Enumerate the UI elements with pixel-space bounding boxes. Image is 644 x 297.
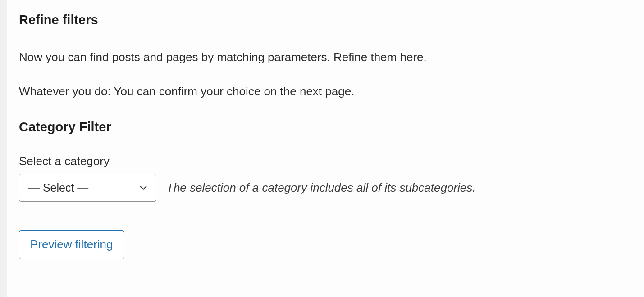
left-border-strip	[0, 0, 7, 297]
description-paragraph-2: Whatever you do: You can confirm your ch…	[19, 83, 644, 99]
content-area: Refine filters Now you can find posts an…	[0, 0, 644, 259]
refine-filters-heading: Refine filters	[19, 13, 644, 27]
category-select-row: — Select — The selection of a category i…	[19, 174, 644, 202]
category-select-hint: The selection of a category includes all…	[166, 180, 476, 196]
category-select-label: Select a category	[19, 154, 644, 168]
preview-filtering-button[interactable]: Preview filtering	[19, 230, 124, 259]
category-select[interactable]: — Select —	[19, 174, 156, 202]
description-paragraph-1: Now you can find posts and pages by matc…	[19, 49, 644, 65]
category-filter-heading: Category Filter	[19, 120, 644, 135]
category-select-wrap: — Select —	[19, 174, 156, 202]
